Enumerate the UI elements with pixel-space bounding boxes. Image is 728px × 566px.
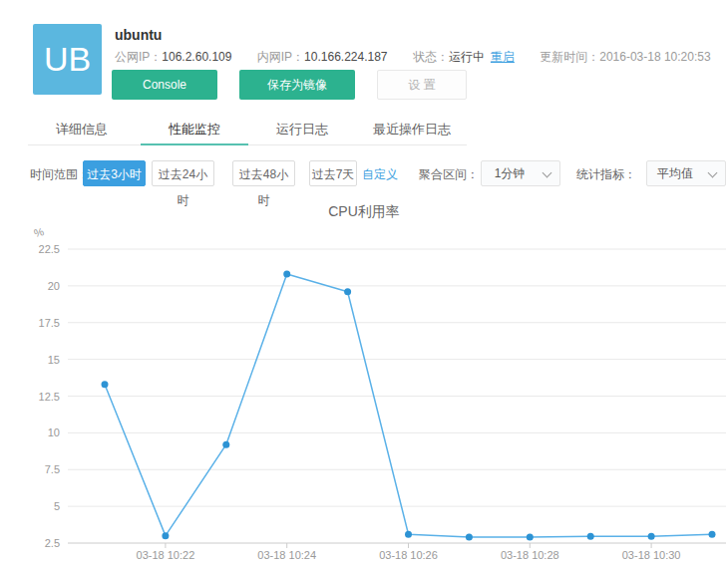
data-point: [344, 288, 351, 295]
time-btn-past-7d[interactable]: 过去7天: [309, 160, 357, 186]
tab-run-logs[interactable]: 运行日志: [248, 115, 356, 143]
x-tick-label: 03-18 10:28: [501, 549, 559, 561]
tab-performance-monitor[interactable]: 性能监控: [141, 115, 248, 145]
metric-value: 平均值: [647, 161, 703, 185]
cpu-usage-line: [105, 274, 712, 537]
private-ip: 内网IP：10.166.224.187: [257, 50, 388, 64]
restart-link[interactable]: 重启: [491, 50, 515, 64]
data-point: [405, 531, 412, 538]
x-tick-label: 03-18 10:30: [622, 549, 681, 561]
console-button[interactable]: Console: [112, 70, 217, 100]
y-tick-label: 10: [48, 426, 60, 438]
x-tick-label: 03-18 10:26: [379, 549, 438, 561]
x-tick-label: 03-18 10:22: [137, 549, 195, 561]
status: 状态：运行中重启: [413, 50, 515, 64]
time-btn-past-3h[interactable]: 过去3小时: [83, 160, 146, 186]
custom-range-link[interactable]: 自定义: [362, 161, 398, 187]
data-point: [709, 531, 716, 538]
data-point: [648, 533, 655, 540]
time-btn-past-24h[interactable]: 过去24小时: [152, 160, 214, 186]
metric-select[interactable]: 平均值: [646, 160, 726, 186]
server-avatar: UB: [33, 24, 102, 95]
metric-label: 统计指标：: [576, 161, 636, 187]
y-tick-label: 2.5: [45, 537, 60, 549]
data-point: [102, 381, 109, 388]
y-axis-name: %: [33, 225, 46, 239]
private-ip-value: 10.166.224.187: [304, 50, 387, 64]
chart-title: CPU利用率: [0, 203, 728, 221]
status-value: 运行中: [449, 50, 485, 64]
y-tick-label: 15: [48, 354, 60, 366]
data-point: [162, 532, 169, 539]
updated-time: 更新时间：2016-03-18 10:20:53: [540, 50, 710, 64]
aggregation-select[interactable]: 1分钟: [481, 160, 560, 186]
data-point: [587, 533, 594, 540]
aggregation-label: 聚合区间：: [419, 161, 479, 187]
private-ip-label: 内网IP：: [257, 50, 304, 64]
y-tick-label: 17.5: [39, 317, 60, 329]
y-tick-label: 20: [48, 280, 60, 292]
settings-button[interactable]: 设 置: [377, 70, 467, 100]
server-name: ubuntu: [115, 27, 162, 43]
tab-details[interactable]: 详细信息: [28, 115, 136, 143]
status-label: 状态：: [413, 50, 449, 64]
chevron-down-icon: [708, 168, 718, 178]
data-point: [466, 534, 473, 541]
server-monitor-page: %2.557.51012.51517.52022.503-18 10:2203-…: [0, 0, 728, 566]
y-tick-label: 12.5: [39, 391, 60, 403]
time-btn-past-48h[interactable]: 过去48小时: [232, 160, 295, 186]
chevron-down-icon: [543, 168, 552, 178]
updated-label: 更新时间：: [540, 50, 599, 64]
updated-value: 2016-03-18 10:20:53: [599, 50, 710, 64]
aggregation-value: 1分钟: [482, 161, 538, 185]
data-point: [527, 534, 534, 541]
tab-recent-operation-logs[interactable]: 最近操作日志: [356, 115, 468, 143]
server-info-row: 公网IP：106.2.60.109 内网IP：10.166.224.187 状态…: [115, 49, 728, 66]
y-tick-label: 7.5: [45, 463, 60, 475]
public-ip: 公网IP：106.2.60.109: [115, 50, 231, 64]
x-tick-label: 03-18 10:24: [257, 549, 316, 561]
save-as-image-button[interactable]: 保存为镜像: [239, 70, 355, 100]
y-tick-label: 5: [54, 500, 60, 512]
public-ip-value: 106.2.60.109: [162, 50, 231, 64]
data-point: [283, 271, 290, 278]
data-point: [222, 441, 229, 448]
time-range-label: 时间范围：: [30, 161, 90, 187]
y-tick-label: 22.5: [39, 243, 60, 255]
cpu-utilization-chart: %2.557.51012.51517.52022.503-18 10:2203-…: [0, 0, 728, 566]
public-ip-label: 公网IP：: [115, 50, 162, 64]
